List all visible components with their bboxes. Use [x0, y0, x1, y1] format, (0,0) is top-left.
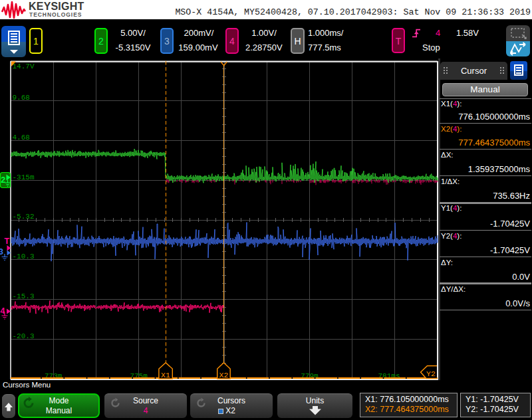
- svg-text:3: 3: [0, 247, 3, 257]
- svg-text:14.7V: 14.7V: [13, 62, 35, 70]
- svg-text:9.68: 9.68: [13, 94, 30, 102]
- svg-text:T: T: [5, 237, 10, 246]
- svg-text:-315m: -315m: [13, 173, 35, 181]
- svg-text:X2: X2: [219, 371, 229, 379]
- svg-text:Y2: Y2: [426, 369, 436, 378]
- svg-text:4.68: 4.68: [13, 134, 30, 142]
- svg-text:2: 2: [1, 175, 5, 185]
- svg-text:-10.3: -10.3: [13, 253, 35, 261]
- svg-text:-15.3: -15.3: [13, 292, 35, 300]
- svg-text:-5.32: -5.32: [13, 213, 35, 221]
- svg-text:X1: X1: [161, 371, 170, 379]
- svg-text:-20.3: -20.3: [13, 332, 35, 340]
